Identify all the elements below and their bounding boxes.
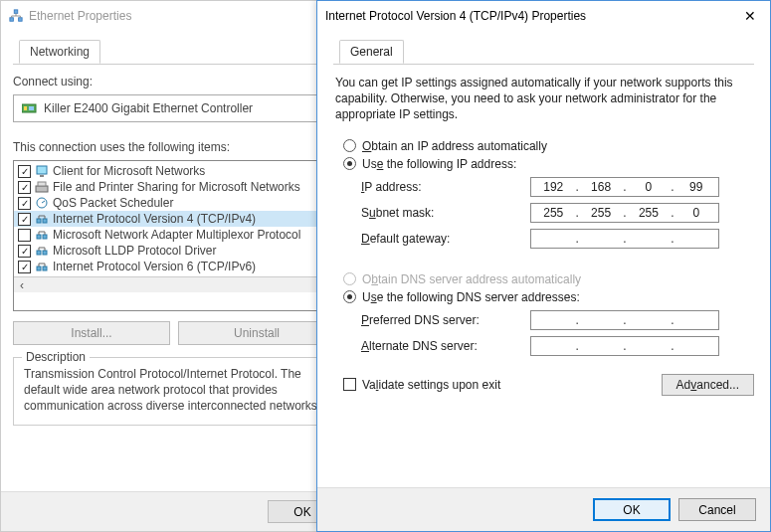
radio-icon	[343, 272, 356, 285]
close-icon[interactable]: ✕	[738, 8, 762, 24]
item-label: Internet Protocol Version 4 (TCP/IPv4)	[53, 212, 256, 226]
svg-rect-11	[37, 219, 41, 223]
alternate-dns-label: Alternate DNS server:	[361, 339, 530, 353]
validate-checkbox[interactable]: ✓	[343, 378, 356, 391]
item-checkbox[interactable]: ✓	[18, 165, 31, 178]
item-label: Microsoft LLDP Protocol Driver	[53, 244, 217, 258]
preferred-dns-label: Preferred DNS server:	[361, 313, 530, 327]
item-label: File and Printer Sharing for Microsoft N…	[53, 180, 300, 194]
ip-address-label: IP address:	[361, 180, 530, 194]
radio-dns-auto: Obtain DNS server address automatically	[343, 272, 754, 286]
svg-rect-12	[43, 219, 47, 223]
item-checkbox[interactable]: ✓	[18, 197, 31, 210]
list-item[interactable]: ✓Internet Protocol Version 4 (TCP/IPv4)	[14, 211, 334, 227]
qos-icon	[35, 196, 49, 210]
item-label: Microsoft Network Adapter Multiplexor Pr…	[53, 228, 300, 242]
list-item[interactable]: ✓Internet Protocol Version 6 (TCP/IPv6)	[14, 259, 334, 274]
nic-icon	[22, 101, 38, 115]
description-group: Description Transmission Control Protoco…	[13, 357, 335, 426]
advanced-button[interactable]: Advanced...	[662, 374, 754, 396]
adapter-field: Killer E2400 Gigabit Ethernet Controller	[13, 94, 335, 122]
connect-using-label: Connect using:	[13, 75, 335, 89]
description-text: Transmission Control Protocol/Internet P…	[24, 366, 324, 415]
info-text: You can get IP settings assigned automat…	[335, 75, 752, 123]
list-item[interactable]: ✓File and Printer Sharing for Microsoft …	[14, 179, 334, 195]
cancel-button[interactable]: Cancel	[678, 498, 756, 521]
svg-rect-1	[10, 18, 14, 22]
svg-rect-16	[43, 251, 47, 255]
item-label: Client for Microsoft Networks	[53, 164, 205, 178]
adapter-name: Killer E2400 Gigabit Ethernet Controller	[44, 101, 253, 115]
item-checkbox[interactable]: ✓	[18, 229, 31, 242]
svg-rect-5	[29, 106, 34, 110]
uninstall-button[interactable]: Uninstall	[178, 321, 335, 345]
back-titlebar: Ethernet Properties	[1, 1, 347, 31]
proto-icon	[35, 244, 49, 258]
ethernet-properties-window: Ethernet Properties Networking Connect u…	[0, 0, 348, 532]
subnet-mask-input[interactable]: 255.255.255.0	[530, 203, 719, 223]
radio-dns-manual[interactable]: Use the following DNS server addresses:	[343, 290, 754, 304]
proto-icon	[35, 228, 49, 242]
svg-rect-4	[24, 106, 27, 110]
svg-rect-17	[37, 266, 41, 270]
item-checkbox[interactable]: ✓	[18, 213, 31, 226]
list-item[interactable]: ✓QoS Packet Scheduler	[14, 195, 334, 211]
svg-rect-8	[36, 186, 48, 192]
back-bottom-bar: OK	[1, 491, 347, 531]
front-title: Internet Protocol Version 4 (TCP/IPv4) P…	[325, 9, 586, 23]
proto-icon	[35, 212, 49, 226]
svg-rect-6	[37, 166, 47, 174]
scroll-left-icon[interactable]: ‹	[16, 279, 28, 291]
front-bottom-bar: OK Cancel	[317, 487, 770, 531]
radio-icon	[343, 290, 356, 303]
alternate-dns-input[interactable]: ...	[530, 336, 719, 356]
svg-rect-7	[40, 175, 44, 177]
svg-rect-14	[43, 235, 47, 239]
list-item[interactable]: ✓Microsoft Network Adapter Multiplexor P…	[14, 227, 334, 243]
default-gateway-input[interactable]: ...	[530, 229, 719, 249]
svg-rect-13	[37, 235, 41, 239]
item-checkbox[interactable]: ✓	[18, 261, 31, 273]
items-hscrollbar[interactable]: ‹ ›	[14, 276, 334, 292]
ip-address-input[interactable]: 192.168.0.99	[530, 177, 719, 197]
share-icon	[35, 180, 49, 194]
description-legend: Description	[22, 350, 90, 364]
back-tabstrip: Networking	[13, 39, 335, 65]
back-title: Ethernet Properties	[29, 9, 131, 23]
items-label: This connection uses the following items…	[13, 140, 335, 154]
ethernet-icon	[9, 9, 23, 23]
subnet-mask-label: Subnet mask:	[361, 206, 530, 220]
tab-networking[interactable]: Networking	[19, 40, 100, 64]
item-label: QoS Packet Scheduler	[53, 196, 173, 210]
item-checkbox[interactable]: ✓	[18, 181, 31, 194]
svg-rect-18	[43, 266, 47, 270]
connection-items-list[interactable]: ✓Client for Microsoft Networks✓File and …	[13, 160, 335, 311]
item-label: Internet Protocol Version 6 (TCP/IPv6)	[53, 260, 256, 273]
front-titlebar: Internet Protocol Version 4 (TCP/IPv4) P…	[317, 1, 770, 31]
list-item[interactable]: ✓Microsoft LLDP Protocol Driver	[14, 243, 334, 259]
validate-label: Validate settings upon exit	[362, 378, 500, 392]
list-item[interactable]: ✓Client for Microsoft Networks	[14, 163, 334, 179]
radio-icon	[343, 139, 356, 152]
proto-icon	[35, 260, 49, 273]
radio-ip-manual[interactable]: Use the following IP address:	[343, 157, 754, 171]
item-checkbox[interactable]: ✓	[18, 245, 31, 258]
svg-rect-0	[14, 10, 18, 14]
ok-button[interactable]: OK	[593, 498, 671, 521]
install-button[interactable]: Install...	[13, 321, 170, 345]
front-tabstrip: General	[333, 39, 754, 65]
default-gateway-label: Default gateway:	[361, 232, 530, 246]
tab-general[interactable]: General	[339, 40, 404, 64]
svg-rect-2	[19, 18, 23, 22]
preferred-dns-input[interactable]: ...	[530, 310, 719, 330]
client-icon	[35, 164, 49, 178]
ipv4-properties-window: Internet Protocol Version 4 (TCP/IPv4) P…	[316, 0, 771, 532]
svg-rect-9	[38, 182, 46, 186]
radio-icon	[343, 157, 356, 170]
radio-ip-auto[interactable]: Obtain an IP address automatically	[343, 139, 754, 153]
svg-rect-15	[37, 251, 41, 255]
